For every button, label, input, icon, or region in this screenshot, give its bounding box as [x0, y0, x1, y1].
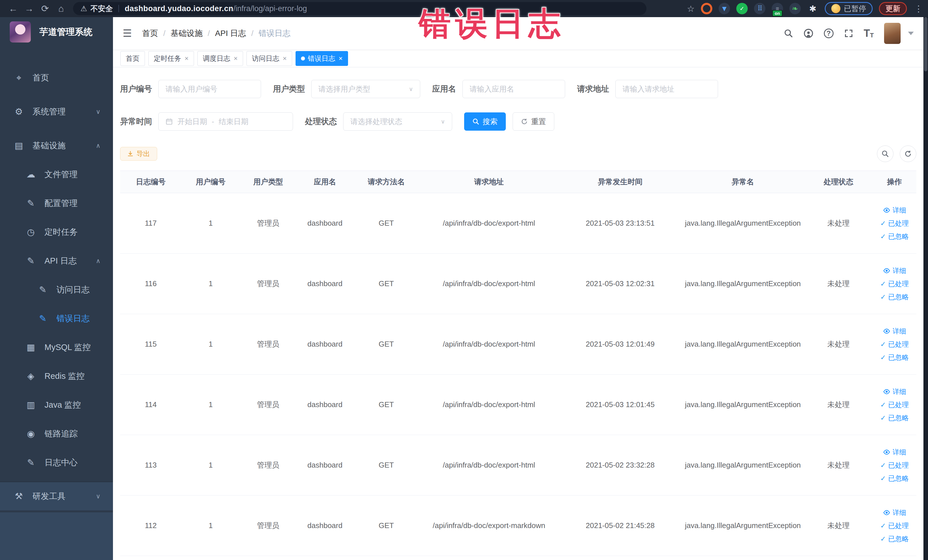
window-scrollbar[interactable] — [923, 17, 928, 560]
reset-button[interactable]: 重置 — [513, 112, 554, 131]
sidebar-item[interactable]: ✎ 错误日志 — [0, 304, 113, 333]
refresh-table-button[interactable] — [900, 145, 916, 162]
bookmark-star-icon[interactable]: ☆ — [687, 4, 694, 14]
tab-close-icon[interactable]: × — [339, 55, 343, 63]
cell-actions: 详细 ✓ 已处理 ✓ 已忽略 — [873, 327, 916, 362]
tag-tab[interactable]: 调度日志 × — [197, 51, 243, 66]
tab-close-icon[interactable]: × — [283, 55, 287, 63]
user-id-input[interactable]: 请输入用户编号 — [158, 80, 261, 98]
update-button[interactable]: 更新 — [879, 2, 907, 15]
sidebar-item[interactable]: ⚙ 系统管理 ∨ — [0, 97, 113, 126]
sidebar-item[interactable]: ◈ Redis 监控 — [0, 362, 113, 391]
cell-log-id: 112 — [120, 521, 182, 530]
extension-switch-icon[interactable]: ≡ on — [772, 3, 783, 14]
cell-user-id: 1 — [182, 461, 240, 470]
tag-tab[interactable]: 定时任务 × — [148, 51, 194, 66]
exception-time-range-picker[interactable]: 开始日期 - 结束日期 — [158, 112, 293, 131]
font-size-icon[interactable]: TT — [864, 28, 874, 38]
col-log-id: 日志编号 — [120, 177, 182, 187]
table-toolbar: 导出 — [120, 145, 916, 162]
extensions-puzzle-icon[interactable]: ✱ — [807, 3, 818, 14]
check-icon: ✓ — [880, 232, 886, 241]
fullscreen-icon[interactable] — [844, 29, 853, 38]
export-button[interactable]: 导出 — [120, 147, 157, 160]
cell-user-id: 1 — [182, 521, 240, 530]
extension-green-icon[interactable]: ✓ — [736, 3, 748, 14]
sidebar-item-icon: ✎ — [24, 457, 37, 468]
extension-grid-icon[interactable]: ⠿ — [754, 3, 765, 14]
detail-link[interactable]: 详细 — [883, 508, 906, 517]
app-name-input[interactable]: 请输入应用名 — [462, 80, 565, 98]
url-path: /infra/log/api-error-log — [234, 4, 307, 13]
sidebar-item[interactable]: ⚒ 研发工具 ∨ — [0, 482, 113, 510]
sidebar-item[interactable]: ▥ Java 监控 — [0, 391, 113, 420]
mark-processed-link[interactable]: ✓ 已处理 — [880, 340, 908, 349]
mark-processed-link[interactable]: ✓ 已处理 — [880, 461, 908, 470]
collapse-sidebar-icon[interactable]: ☰ — [123, 27, 132, 40]
toggle-search-button[interactable] — [877, 145, 893, 162]
browser-reload-icon[interactable]: ⟳ — [37, 2, 53, 15]
breadcrumb-api-log[interactable]: API 日志 — [215, 28, 246, 39]
tag-tab[interactable]: 访问日志 × — [246, 51, 292, 66]
mark-ignored-link[interactable]: ✓ 已忽略 — [880, 292, 908, 302]
sidebar-item[interactable]: ✎ API 日志 ∧ — [0, 246, 113, 275]
avatar-caret-icon[interactable] — [908, 32, 914, 35]
tab-close-icon[interactable]: × — [185, 55, 189, 63]
sidebar-item[interactable]: ◷ 定时任务 — [0, 218, 113, 246]
header-search-icon[interactable] — [784, 29, 793, 38]
mark-ignored-link[interactable]: ✓ 已忽略 — [880, 474, 908, 483]
mark-ignored-link[interactable]: ✓ 已忽略 — [880, 353, 908, 362]
cell-user-type: 管理员 — [240, 339, 296, 349]
sidebar-item[interactable]: ⌖ 首页 — [0, 63, 113, 92]
browser-home-icon[interactable]: ⌂ — [53, 2, 69, 15]
extension-blue-icon[interactable]: ▼ — [719, 3, 730, 14]
active-dot — [301, 56, 305, 61]
scrollbar-thumb[interactable] — [924, 17, 927, 71]
mark-processed-link[interactable]: ✓ 已处理 — [880, 219, 908, 228]
sidebar-item[interactable]: ☁ 文件管理 — [0, 160, 113, 189]
mark-processed-link[interactable]: ✓ 已处理 — [880, 279, 908, 288]
mark-ignored-link[interactable]: ✓ 已忽略 — [880, 414, 908, 423]
sidebar-item[interactable]: ▤ 基础设施 ∧ — [0, 131, 113, 160]
mark-processed-link[interactable]: ✓ 已处理 — [880, 400, 908, 409]
detail-link[interactable]: 详细 — [883, 206, 906, 215]
check-icon: ✓ — [880, 354, 886, 362]
sidebar-item[interactable]: ✎ 访问日志 — [0, 275, 113, 304]
sidebar-item[interactable]: ✎ 配置管理 — [0, 189, 113, 218]
sidebar-item[interactable]: ✎ 日志中心 — [0, 448, 113, 477]
browser-forward-icon[interactable]: → — [21, 2, 37, 15]
browser-back-icon[interactable]: ← — [5, 2, 21, 15]
sidebar-item[interactable]: ◉ 链路追踪 — [0, 420, 113, 448]
github-icon[interactable] — [803, 28, 814, 38]
detail-link[interactable]: 详细 — [883, 448, 906, 457]
user-type-select[interactable]: 请选择用户类型 ∨ — [311, 80, 420, 98]
tab-close-icon[interactable]: × — [234, 55, 238, 63]
breadcrumb-home[interactable]: 首页 — [142, 28, 158, 39]
mark-ignored-link[interactable]: ✓ 已忽略 — [880, 534, 908, 543]
detail-link[interactable]: 详细 — [883, 387, 906, 396]
breadcrumb-infra[interactable]: 基础设施 — [171, 28, 203, 39]
search-button[interactable]: 搜索 — [464, 112, 506, 131]
request-url-input[interactable]: 请输入请求地址 — [615, 80, 718, 98]
sidebar-item-icon: ⚙ — [12, 107, 25, 117]
profile-paused-pill[interactable]: 已暂停 — [825, 2, 873, 15]
table-row: 117 1 管理员 dashboard GET /api/infra/db-do… — [120, 193, 916, 253]
sidebar-item[interactable]: ▦ MySQL 监控 — [0, 333, 113, 362]
cell-exception-name: java.lang.IllegalArgumentException — [682, 461, 804, 470]
mark-ignored-link[interactable]: ✓ 已忽略 — [880, 232, 908, 241]
browser-menu-icon[interactable]: ⋮ — [914, 4, 923, 14]
tag-tab[interactable]: 首页 × — [121, 51, 145, 66]
help-icon[interactable]: ? — [824, 29, 833, 38]
detail-link[interactable]: 详细 — [883, 327, 906, 336]
mark-processed-link[interactable]: ✓ 已处理 — [880, 521, 908, 530]
sidebar-item-label: 日志中心 — [44, 457, 78, 468]
app-logo-row[interactable]: 芋道管理系统 — [0, 17, 113, 47]
security-chip[interactable]: ⚠ 不安全 — [81, 4, 113, 14]
detail-link[interactable]: 详细 — [883, 266, 906, 275]
cell-request-url: /api/infra/db-doc/export-html — [419, 340, 559, 349]
extension-leaf-icon[interactable]: ❧ — [789, 3, 801, 14]
tag-tab[interactable]: 错误日志 × — [296, 51, 348, 66]
extension-orange-icon[interactable] — [701, 3, 712, 14]
process-status-select[interactable]: 请选择处理状态 ∨ — [343, 112, 452, 131]
user-avatar[interactable] — [884, 23, 901, 44]
